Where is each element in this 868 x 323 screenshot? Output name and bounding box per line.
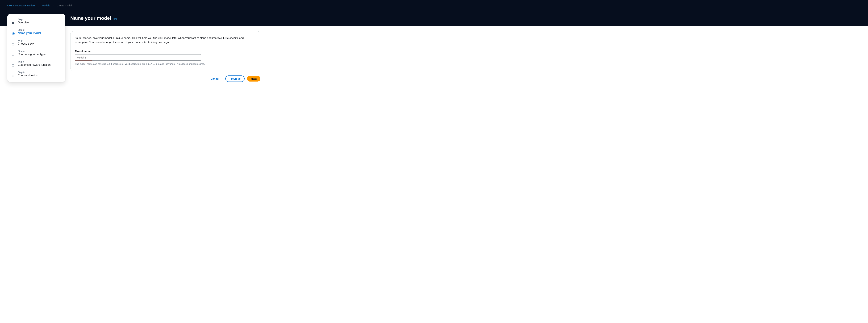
wizard-step-5[interactable]: Step 5 Customize reward function <box>11 60 61 66</box>
step-label: Step 2 <box>18 29 61 31</box>
chevron-right-icon <box>53 4 54 7</box>
content-area: Step 1 Overview Step 2 Name your model S… <box>0 26 868 106</box>
page-title: Name your model <box>70 15 111 21</box>
step-title: Choose track <box>18 42 61 45</box>
breadcrumb-models[interactable]: Models <box>42 4 50 7</box>
step-label: Step 4 <box>18 50 61 53</box>
step-label: Step 3 <box>18 39 61 42</box>
breadcrumb-root[interactable]: AWS DeepRacer Student <box>7 4 35 7</box>
step-label: Step 6 <box>18 71 61 73</box>
step-marker-icon <box>12 32 14 35</box>
step-title: Customize reward function <box>18 63 61 66</box>
wizard-actions: Cancel Previous Next <box>70 75 260 82</box>
wizard-step-3[interactable]: Step 3 Choose track <box>11 39 61 45</box>
model-name-input[interactable] <box>75 54 201 61</box>
wizard-step-4[interactable]: Step 4 Choose algorithm type <box>11 50 61 56</box>
step-marker-icon <box>12 22 14 24</box>
step-title: Choose duration <box>18 74 61 77</box>
intro-text: To get started, give your model a unique… <box>75 36 256 44</box>
step-marker-icon <box>12 75 14 77</box>
breadcrumbs: AWS DeepRacer Student Models Create mode… <box>7 2 861 9</box>
cancel-button[interactable]: Cancel <box>207 76 223 82</box>
model-name-label: Model name <box>75 49 256 53</box>
wizard-step-2[interactable]: Step 2 Name your model <box>11 29 61 35</box>
next-button[interactable]: Next <box>247 76 260 82</box>
step-label: Step 1 <box>18 18 61 21</box>
model-name-field-block: Model name The model name can have up to… <box>75 49 256 66</box>
breadcrumb-current: Create model <box>57 4 72 7</box>
step-title: Choose algorithm type <box>18 53 61 56</box>
page-title-row: Name your model Info <box>7 9 861 25</box>
step-marker-icon <box>12 54 14 56</box>
step-title: Name your model <box>18 32 61 35</box>
wizard-nav: Step 1 Overview Step 2 Name your model S… <box>7 14 65 82</box>
previous-button[interactable]: Previous <box>225 75 245 82</box>
wizard-step-6[interactable]: Step 6 Choose duration <box>11 71 61 77</box>
step-label: Step 5 <box>18 60 61 63</box>
step-marker-icon <box>12 43 14 45</box>
chevron-right-icon <box>38 4 39 7</box>
name-model-card: To get started, give your model a unique… <box>70 31 260 71</box>
step-marker-icon <box>12 64 14 67</box>
step-title: Overview <box>18 21 61 24</box>
input-wrap <box>75 54 201 61</box>
info-link[interactable]: Info <box>113 18 117 20</box>
wizard-step-1[interactable]: Step 1 Overview <box>11 18 61 24</box>
model-name-hint: The model name can have up to 64 charact… <box>75 62 256 66</box>
main-panel: To get started, give your model a unique… <box>70 26 267 87</box>
header: AWS DeepRacer Student Models Create mode… <box>0 0 868 26</box>
